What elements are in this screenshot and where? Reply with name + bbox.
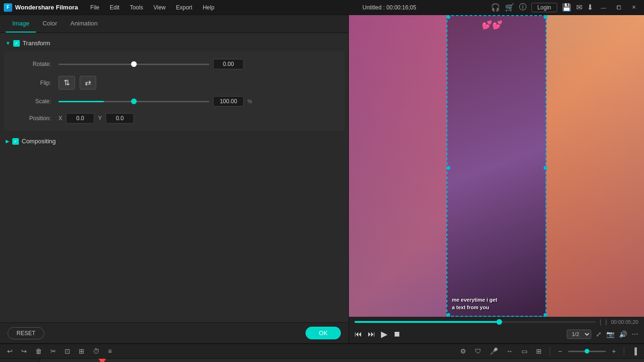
- minimize-button[interactable]: —: [597, 2, 610, 13]
- login-button[interactable]: Login: [531, 3, 557, 12]
- bracket-close: }: [605, 319, 607, 325]
- tab-color[interactable]: Color: [36, 15, 64, 33]
- menu-file[interactable]: File: [85, 2, 104, 13]
- compositing-section-header[interactable]: ▶ Compositing: [4, 135, 345, 148]
- compositing-arrow: ▶: [6, 139, 9, 144]
- settings-pb-button[interactable]: ⋯: [632, 330, 638, 338]
- position-x-input[interactable]: [66, 113, 94, 123]
- volume-button[interactable]: 🔊: [619, 330, 627, 338]
- zoom-in-button[interactable]: +: [610, 346, 618, 356]
- tab-animation[interactable]: Animation: [64, 15, 104, 33]
- scale-unit: %: [248, 99, 252, 104]
- fullscreen-button[interactable]: ⤢: [596, 330, 602, 338]
- close-button[interactable]: ✕: [627, 2, 640, 13]
- delete-button[interactable]: 🗑: [33, 346, 44, 356]
- bracket-open: {: [600, 319, 602, 325]
- zoom-out-button[interactable]: −: [556, 346, 564, 356]
- playback-controls: ⏮ ⏭ ▶ ⏹ 1/2 Full 1/4 ⤢ 📷 🔊 ⋯: [355, 327, 638, 341]
- menu-tools[interactable]: Tools: [125, 2, 148, 13]
- flip-horizontal-button[interactable]: ⇅: [58, 76, 75, 90]
- expand-button[interactable]: ▐: [630, 346, 639, 356]
- speed-button[interactable]: ⏱: [91, 346, 102, 356]
- preview-right-clip: [546, 15, 644, 317]
- preview-main-clip[interactable]: me everytime i geta text from you: [446, 15, 547, 317]
- transform-arrow: ▼: [6, 41, 10, 46]
- menu-bar: File Edit Tools View Export Help: [85, 2, 288, 13]
- preview-placeholder: me everytime i geta text from you 💕💕: [349, 15, 644, 317]
- group-button[interactable]: ⊞: [76, 346, 87, 356]
- quality-select[interactable]: 1/2 Full 1/4: [567, 329, 591, 339]
- main-area: Image Color Animation ▼ Transform Rotate…: [0, 15, 644, 343]
- message-icon[interactable]: ✉: [576, 3, 582, 12]
- step-back-button[interactable]: ⏮: [355, 330, 362, 338]
- mic-button[interactable]: 🎤: [487, 346, 500, 356]
- property-tabs: Image Color Animation: [0, 15, 348, 33]
- rotate-label: Rotate:: [13, 61, 51, 67]
- info-icon[interactable]: ⓘ: [519, 2, 527, 12]
- menu-export[interactable]: Export: [171, 2, 197, 13]
- scale-value[interactable]: [213, 96, 244, 107]
- scrub-thumb[interactable]: [496, 319, 502, 325]
- toolbar-separator2: [624, 347, 624, 355]
- playback-bar: { } 00:00:05;20 ⏮ ⏭ ▶ ⏹ 1/2 Full 1/4 ⤢ 📷: [349, 317, 644, 343]
- toolbar-separator: [550, 347, 550, 355]
- stop-button[interactable]: ⏹: [393, 330, 401, 338]
- flip-label: Flip:: [13, 80, 51, 86]
- preview-left-clip: [349, 15, 446, 317]
- cut-button[interactable]: ✂: [48, 346, 58, 356]
- transform-section-header[interactable]: ▼ Transform: [4, 37, 345, 49]
- rotate-value[interactable]: [213, 59, 244, 69]
- timeline-body: ■2 🔓 👁 ■1 🔓 👁 ♪1 🔓 🔊 00:00:00:00: [0, 359, 644, 362]
- app-icon: F: [4, 3, 12, 12]
- scrub-track[interactable]: [355, 321, 596, 323]
- subtitle-button[interactable]: ▭: [519, 346, 530, 356]
- mosaic-button[interactable]: ⊞: [534, 346, 544, 356]
- playback-right-controls: 1/2 Full 1/4 ⤢ 📷 🔊 ⋯: [567, 329, 638, 339]
- effects-button[interactable]: ≡: [106, 346, 114, 356]
- snapshot-button[interactable]: 📷: [606, 330, 614, 338]
- transform-label: Transform: [23, 40, 50, 47]
- preview-panel: me everytime i geta text from you 💕💕: [349, 15, 644, 343]
- position-y-input[interactable]: [106, 113, 134, 123]
- effects-settings-button[interactable]: ⚙: [458, 346, 469, 356]
- headset-icon[interactable]: 🎧: [491, 3, 500, 12]
- shield-icon[interactable]: 🛡: [472, 346, 484, 356]
- reset-button[interactable]: RESET: [8, 327, 44, 339]
- trim-button[interactable]: ⊡: [62, 346, 73, 356]
- play-button[interactable]: ▶: [381, 329, 388, 339]
- timeline: ↩ ↪ 🗑 ✂ ⊡ ⊞ ⏱ ≡ ⚙ 🛡 🎤 ↔ ▭ ⊞ − + ▐ ■2 🔓: [0, 343, 644, 362]
- ruler-header-offset: [0, 359, 40, 362]
- menu-edit[interactable]: Edit: [105, 2, 124, 13]
- compositing-label: Compositing: [22, 138, 56, 145]
- scale-controls: %: [58, 96, 335, 107]
- header-icons: 🎧 🛒 ⓘ Login 💾 ✉ ⬇: [491, 2, 593, 12]
- tab-image[interactable]: Image: [6, 15, 36, 33]
- rotate-slider[interactable]: [58, 64, 209, 65]
- download-icon[interactable]: ⬇: [587, 3, 593, 12]
- ok-button[interactable]: OK: [305, 327, 341, 339]
- flip-vertical-button[interactable]: ⇄: [80, 76, 96, 90]
- scrub-fill: [355, 321, 499, 323]
- preview-canvas: me everytime i geta text from you 💕💕: [349, 15, 644, 317]
- undo-button[interactable]: ↩: [5, 346, 15, 356]
- scrubber: { } 00:00:05;20: [355, 319, 638, 325]
- window-controls: — ⧠ ✕: [597, 2, 640, 13]
- app-logo: F Wondershare Filmora: [4, 3, 78, 12]
- timeline-toolbar: ↩ ↪ 🗑 ✂ ⊡ ⊞ ⏱ ≡ ⚙ 🛡 🎤 ↔ ▭ ⊞ − + ▐: [0, 344, 644, 359]
- preview-hearts-overlay: 💕💕: [482, 20, 503, 30]
- track-headers: ■2 🔓 👁 ■1 🔓 👁 ♪1 🔓 🔊: [0, 359, 40, 362]
- frame-back-button[interactable]: ⏭: [368, 330, 375, 338]
- redo-button[interactable]: ↪: [19, 346, 29, 356]
- transform-checkbox[interactable]: [13, 40, 20, 47]
- compositing-checkbox[interactable]: [12, 138, 19, 145]
- restore-button[interactable]: ⧠: [612, 2, 625, 13]
- zoom-slider[interactable]: [568, 351, 606, 352]
- transition-button[interactable]: ↔: [504, 346, 515, 356]
- timeline-content: 00:00:00:00 00:00:04:05 00:00:08:10 00:0…: [40, 359, 644, 362]
- menu-help[interactable]: Help: [198, 2, 219, 13]
- scale-slider[interactable]: [58, 101, 209, 102]
- scale-row: Scale: %: [13, 96, 335, 107]
- menu-view[interactable]: View: [149, 2, 170, 13]
- cart-icon[interactable]: 🛒: [505, 3, 514, 12]
- save-icon[interactable]: 💾: [562, 3, 571, 12]
